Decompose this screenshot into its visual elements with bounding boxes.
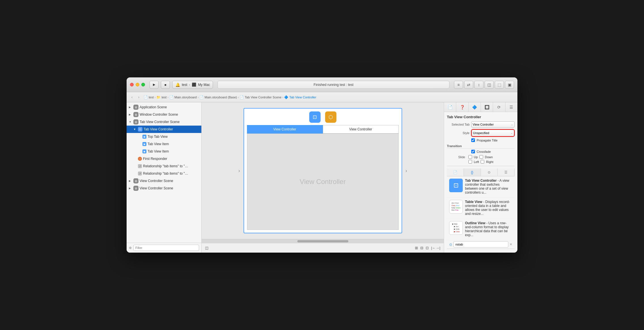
selected-tab-row: Selected Tab View Controller ⌄ (447, 121, 515, 128)
filter-input[interactable] (133, 245, 199, 251)
propagate-title-checkbox[interactable] (471, 138, 475, 142)
divider (447, 166, 515, 166)
library-search: ⊙ ✕ (447, 240, 515, 249)
breadcrumb-item-3[interactable]: 📄 Main.storyboard (Base) (199, 95, 237, 99)
lib-tab-file[interactable]: 📄 (447, 168, 464, 176)
library-icon-tabs: 📄 {} ⊙ ☰ (447, 168, 515, 176)
selected-tab-select[interactable]: View Controller ⌄ (471, 121, 515, 128)
canvas-right-arrow: › (406, 168, 407, 174)
lib-item-table-title: Table View - Displays record-oriented da… (465, 200, 512, 216)
hide-inspector-button[interactable]: ▣ (505, 81, 514, 89)
down-checkbox[interactable] (479, 155, 483, 159)
crossfade-row: Crossfade (447, 150, 515, 153)
insp-tab-bindings[interactable]: ☰ (506, 102, 517, 112)
left-right-row: Left Right (447, 160, 515, 164)
breadcrumb-item-4[interactable]: 📄 Tab View Controller Scene (240, 95, 281, 99)
left-checkbox[interactable] (468, 160, 472, 164)
lib-item-outline-view[interactable]: ▶ Matt ▶ Jon ▶ Kelly ▶ Chris Outline Vie… (447, 219, 515, 240)
maximize-button[interactable] (141, 83, 145, 86)
crossfade-checkbox[interactable] (471, 150, 475, 153)
sidebar-item-top-tab-view[interactable]: ▶ ▣ Top Tab View (127, 133, 201, 140)
scene-content: View Controller (247, 134, 399, 230)
insp-tab-help[interactable]: ❓ (456, 102, 468, 112)
play-button[interactable]: ▶ (150, 81, 159, 89)
insp-tab-file[interactable]: 📄 (444, 102, 456, 112)
scheme-selector[interactable]: 🔔 test › ⬛ My Mac (172, 81, 213, 89)
lib-item-table-view[interactable]: JonClear ChrisBlue KellyGreen RonPink Ta… (447, 198, 515, 219)
sidebar-item-view-ctrl-scene-2[interactable]: ▶ ⊞ View Controller Scene (127, 185, 201, 192)
sidebar-item-first-responder[interactable]: ▶ ⬡ First Responder (127, 155, 201, 162)
zoom-fit-btn[interactable]: ⊡ (426, 246, 429, 250)
scene-tab-ctrl-icon[interactable]: ⊡ (309, 111, 321, 123)
canvas-scroll[interactable]: › ⊡ ⬡ View Controller (202, 102, 444, 239)
sidebar-item-tab-view-ctrl[interactable]: ▼ ⊡ Tab View Controller (127, 126, 201, 133)
tab-btn-2[interactable]: View Controller (323, 125, 399, 134)
sidebar-item-tab-view-item-1[interactable]: ▶ ▣ Tab View Item (127, 140, 201, 148)
hide-navigator-button[interactable]: ◫ (485, 81, 494, 89)
breadcrumb-item-1[interactable]: 📁 test (156, 95, 167, 99)
fit-page-btn[interactable]: ⊟ (420, 246, 423, 250)
lib-tab-list[interactable]: ☰ (498, 168, 515, 176)
right-panel: 📄 ❓ 🔷 🔲 ⟳ ☰ Tab View Controller Selected… (444, 102, 517, 253)
breadcrumb-item-5[interactable]: 🔷 Tab View Controller (284, 95, 316, 99)
lib-item-tab-view-ctrl[interactable]: ⊡ Tab View Controller - A view controlle… (447, 176, 515, 198)
breadcrumb-bar: ‹ › 📄 test › 📁 test › 📄 Main.storyboard … (127, 92, 517, 102)
breadcrumb-item-0[interactable]: 📄 test (144, 95, 154, 99)
show-document-btn[interactable]: |←→| (431, 246, 440, 250)
inspector-title: Tab View Controller (447, 115, 515, 119)
editor-standard-button[interactable]: ≡ (454, 81, 463, 89)
nav-back-button[interactable]: ‹ (129, 94, 135, 100)
sidebar-item-tab-view-item-2[interactable]: ▶ ▣ Tab View Item (127, 148, 201, 155)
canvas-scrollbar[interactable] (202, 239, 444, 243)
insp-tab-connections[interactable]: ⟳ (493, 102, 505, 112)
title-bar: ▶ ■ 🔔 test › ⬛ My Mac Finished running t… (127, 77, 517, 92)
lib-search-input[interactable] (453, 241, 508, 248)
canvas-bottom-bar: ◫ ⊞ ⊟ ⊡ |←→| (202, 243, 444, 253)
style-select[interactable]: Unspecified ⌄ (471, 129, 515, 137)
fit-width-btn[interactable]: ⊞ (415, 246, 418, 250)
right-checkbox[interactable] (481, 160, 484, 164)
minimize-button[interactable] (136, 83, 139, 86)
tree-arrow: ▶ (129, 179, 132, 182)
xcode-window: ▶ ■ 🔔 test › ⬛ My Mac Finished running t… (127, 77, 517, 253)
close-button[interactable] (130, 83, 134, 86)
scheme-name: test (182, 83, 187, 87)
sidebar-item-view-ctrl-scene-1[interactable]: ▶ ⊞ View Controller Scene (127, 177, 201, 185)
scene-obj-icon[interactable]: ⬡ (325, 111, 336, 123)
hide-debug-button[interactable]: ⬚ (495, 81, 504, 89)
up-checkbox[interactable] (468, 155, 472, 159)
sidebar-item-relationship-2[interactable]: ▶ ↗ Relationship "tab items" to "View... (127, 170, 201, 177)
lib-item-tvc-icon: ⊡ (449, 179, 463, 192)
lib-tab-object[interactable]: ⊙ (481, 168, 498, 176)
tab-view-ctrl-icon: ⊡ (138, 127, 142, 132)
sidebar-item-relationship-1[interactable]: ▶ ↗ Relationship "tab items" to "View... (127, 162, 201, 170)
lib-search-icon: ⊙ (449, 242, 452, 247)
vc-scene-icon-2: ⊞ (133, 186, 138, 191)
editor-assistant-button[interactable]: ⇄ (464, 81, 473, 89)
lib-item-outline-icon: ▶ Matt ▶ Jon ▶ Kelly ▶ Chris (449, 221, 463, 235)
lib-item-table-icon: JonClear ChrisBlue KellyGreen RonPink (449, 200, 463, 213)
transition-section: Transition (447, 144, 515, 149)
insp-tab-size[interactable]: 🔲 (481, 102, 493, 112)
insp-tab-attributes[interactable]: 🔷 (469, 102, 481, 112)
breadcrumb-item-2[interactable]: 📄 Main.storyboard (169, 95, 197, 99)
sidebar-item-tab-view-scene[interactable]: ▼ ⊞ Tab View Controller Scene (127, 118, 201, 126)
tab-btn-1[interactable]: View Controller (247, 125, 323, 134)
scene-label: View Controller (300, 178, 346, 186)
tree-arrow: ▶ (129, 113, 132, 116)
scrollbar-thumb[interactable] (297, 240, 348, 242)
view-icon: ▣ (142, 135, 146, 139)
lib-search-clear[interactable]: ✕ (509, 242, 512, 246)
sidebar-item-window-ctrl-scene[interactable]: ▶ ⊞ Window Controller Scene (127, 111, 201, 118)
traffic-lights (130, 83, 145, 86)
nav-forward-button[interactable]: › (136, 94, 142, 100)
sidebar-item-app-scene[interactable]: ▶ ⊞ Application Scene (127, 103, 201, 111)
slide-row: Slide Up Down (447, 155, 515, 159)
toggle-left-panel-btn[interactable]: ◫ (205, 246, 208, 250)
lib-tab-code[interactable]: {} (464, 168, 481, 176)
scene-icons: ⊡ ⬡ (247, 111, 399, 123)
lib-item-tvc-title: Tab View Controller - A view controller … (465, 179, 512, 194)
editor-version-button[interactable]: ↕ (474, 81, 483, 89)
scheme-device: My Mac (198, 83, 210, 87)
stop-button[interactable]: ■ (161, 81, 170, 89)
